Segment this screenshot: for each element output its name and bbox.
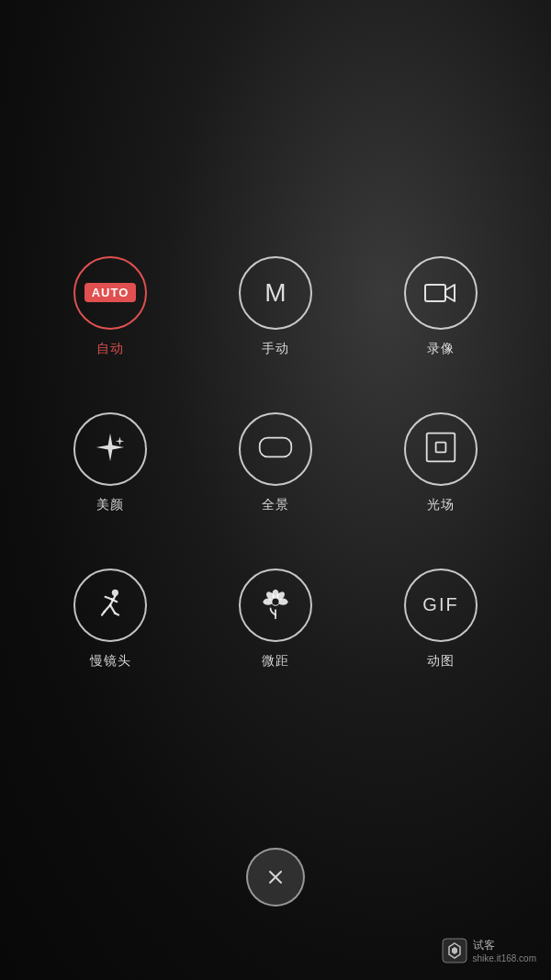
mode-lightfield[interactable]: 光场 [367, 394, 514, 532]
slow-circle [73, 569, 147, 642]
panorama-icon [258, 434, 293, 464]
gif-circle: GIF [404, 569, 478, 642]
auto-circle: AUTO [73, 256, 147, 330]
slow-motion-icon [94, 587, 127, 624]
manual-circle: M [239, 256, 312, 330]
beauty-label: 美颜 [96, 497, 124, 513]
lightfield-circle [404, 412, 478, 486]
gif-label: 动图 [427, 653, 455, 670]
mode-macro[interactable]: 微距 [202, 550, 349, 688]
watermark-info: 试客 shike.it168.com [473, 938, 536, 963]
manual-label: 手动 [262, 341, 289, 357]
macro-flower-icon [259, 587, 292, 624]
mode-auto[interactable]: AUTO 自动 [37, 238, 184, 376]
mode-video[interactable]: 录像 [367, 238, 514, 376]
svg-rect-3 [436, 442, 446, 452]
sparkle-icon [93, 430, 128, 468]
panorama-label: 全景 [262, 497, 289, 513]
watermark: 试客 shike.it168.com [442, 938, 536, 963]
watermark-logo [442, 938, 467, 963]
beauty-circle [73, 412, 147, 486]
mode-manual[interactable]: M 手动 [202, 238, 349, 376]
watermark-url: shike.it168.com [473, 953, 536, 963]
macro-label: 微距 [262, 653, 289, 670]
lightfield-label: 光场 [427, 497, 455, 513]
lightfield-icon [424, 431, 457, 467]
svg-point-11 [272, 598, 278, 604]
macro-circle [239, 569, 312, 642]
video-camera-icon [424, 281, 457, 305]
auto-badge: AUTO [84, 283, 137, 302]
close-icon [264, 866, 287, 888]
svg-rect-0 [425, 285, 445, 301]
mode-grid: AUTO 自动 M 手动 录像 [37, 238, 514, 688]
video-circle [404, 256, 478, 330]
close-button[interactable] [246, 848, 305, 907]
camera-mode-screen: AUTO 自动 M 手动 录像 [0, 0, 551, 980]
mode-beauty[interactable]: 美颜 [37, 394, 184, 532]
svg-rect-2 [427, 433, 455, 461]
svg-rect-1 [260, 437, 292, 456]
auto-label: 自动 [96, 341, 124, 357]
watermark-site: 试客 [473, 938, 536, 953]
mode-slow-motion[interactable]: 慢镜头 [37, 550, 184, 688]
mode-gif[interactable]: GIF 动图 [367, 550, 514, 688]
slow-motion-label: 慢镜头 [90, 653, 131, 670]
m-icon: M [264, 278, 286, 308]
panorama-circle [239, 412, 312, 486]
gif-icon: GIF [422, 594, 458, 615]
mode-panorama[interactable]: 全景 [202, 394, 349, 532]
video-label: 录像 [427, 341, 455, 357]
